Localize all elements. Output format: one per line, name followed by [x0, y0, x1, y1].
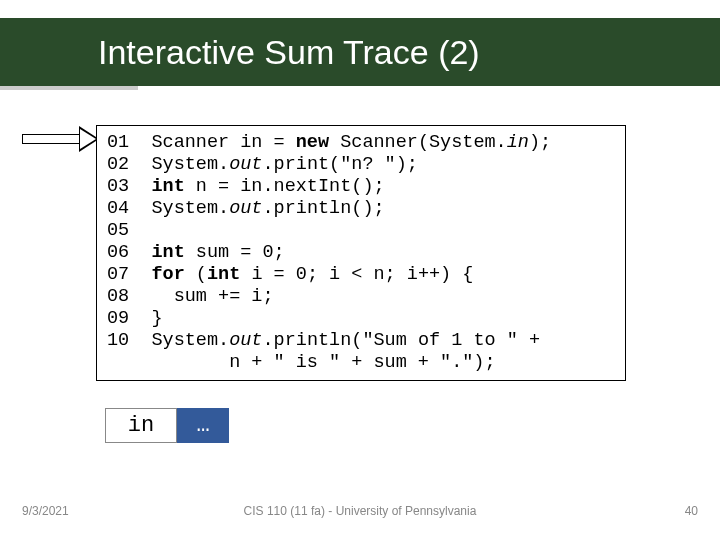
footer-page: 40 [685, 504, 698, 518]
code-block: 01 Scanner in = new Scanner(System.in); … [96, 125, 626, 381]
variable-display: in … [105, 408, 229, 443]
slide-title: Interactive Sum Trace (2) [98, 33, 480, 72]
line-num: 09 [107, 308, 129, 329]
footer: 9/3/2021 CIS 110 (11 fa) - University of… [0, 504, 720, 518]
line-num: 05 [107, 220, 129, 241]
line-num: 04 [107, 198, 129, 219]
trace-arrow [22, 128, 100, 150]
line-num: 10 [107, 330, 129, 351]
footer-center: CIS 110 (11 fa) - University of Pennsylv… [244, 504, 477, 518]
line-num: 07 [107, 264, 129, 285]
footer-date: 9/3/2021 [22, 504, 69, 518]
line-num: 02 [107, 154, 129, 175]
slide: Interactive Sum Trace (2) 01 Scanner in … [0, 0, 720, 540]
title-band: Interactive Sum Trace (2) [0, 18, 720, 86]
title-underline [0, 86, 138, 90]
line-num: 08 [107, 286, 129, 307]
line-num: 01 [107, 132, 129, 153]
var-in-label: in [105, 408, 177, 443]
line-num: 03 [107, 176, 129, 197]
line-num: 06 [107, 242, 129, 263]
var-in-value: … [177, 408, 229, 443]
